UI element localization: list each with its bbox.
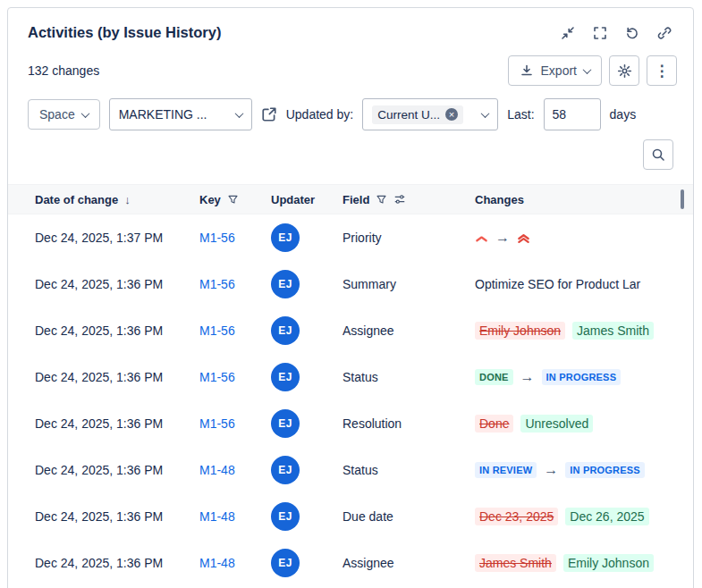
- issue-key-link[interactable]: M1-56: [199, 323, 235, 338]
- avatar[interactable]: EJ: [271, 316, 300, 345]
- project-select[interactable]: MARKETING ...: [109, 98, 252, 130]
- change-removed: Dec 23, 2025: [475, 508, 558, 525]
- open-in-new-icon[interactable]: [261, 106, 277, 122]
- issue-key-link[interactable]: M1-48: [199, 556, 235, 570]
- issue-key-link[interactable]: M1-56: [199, 231, 235, 245]
- changes-count: 132 changes: [28, 63, 99, 78]
- date-of-change-cell: Dec 24, 2025, 1:36 PM: [35, 323, 199, 338]
- updater-cell: EJ: [271, 363, 343, 391]
- issue-key-link[interactable]: M1-48: [199, 509, 235, 524]
- field-cell: Status: [343, 463, 475, 477]
- date-of-change-cell: Dec 24, 2025, 1:36 PM: [35, 556, 199, 570]
- updater-cell: EJ: [271, 270, 343, 298]
- change-added: Dec 26, 2025: [565, 508, 648, 525]
- key-cell: M1-56: [199, 416, 271, 431]
- arrow-right-icon: →: [495, 230, 510, 246]
- last-days-input[interactable]: [544, 98, 601, 130]
- field-config-icon[interactable]: [393, 193, 406, 206]
- table-row: Dec 24, 2025, 1:36 PM M1-48 EJ Status IN…: [8, 447, 693, 493]
- date-of-change-cell: Dec 24, 2025, 1:36 PM: [35, 463, 199, 477]
- key-cell: M1-48: [199, 463, 271, 477]
- issue-key-link[interactable]: M1-56: [199, 416, 235, 431]
- download-icon: [520, 63, 534, 78]
- table-row: Dec 24, 2025, 1:36 PM M1-48 EJ Assignee …: [8, 540, 693, 586]
- changes-cell: Emily JohnsonJames Smith: [475, 322, 693, 340]
- table-header: Date of change ↓ Key Updater Field: [8, 184, 693, 214]
- user-chip-label: Current U...: [377, 108, 440, 122]
- change-removed: James Smith: [475, 554, 556, 572]
- date-of-change-cell: Dec 24, 2025, 1:37 PM: [35, 231, 199, 245]
- avatar[interactable]: EJ: [271, 409, 300, 438]
- key-cell: M1-56: [199, 277, 271, 291]
- avatar[interactable]: EJ: [271, 223, 300, 252]
- space-dropdown[interactable]: Space: [28, 99, 100, 130]
- filter-funnel-icon[interactable]: [227, 194, 239, 206]
- chevron-down-icon: [583, 65, 592, 74]
- filter-funnel-icon[interactable]: [376, 194, 387, 206]
- toolbar-actions: Export ⋮: [508, 55, 677, 86]
- table-body: Dec 24, 2025, 1:37 PM M1-56 EJ Priority …: [8, 214, 693, 586]
- activities-table: Date of change ↓ Key Updater Field: [8, 184, 693, 586]
- column-label: Date of change: [35, 193, 118, 206]
- changes-cell: DoneUnresolved: [475, 415, 693, 433]
- refresh-icon[interactable]: [625, 26, 639, 40]
- updater-cell: EJ: [271, 549, 343, 577]
- changes-cell: DONE→IN PROGRESS: [475, 369, 693, 385]
- avatar[interactable]: EJ: [271, 363, 300, 391]
- avatar[interactable]: EJ: [271, 502, 300, 531]
- change-added: James Smith: [572, 322, 654, 340]
- changes-cell: IN REVIEW→IN PROGRESS: [475, 462, 693, 478]
- settings-button[interactable]: [609, 55, 639, 86]
- more-button[interactable]: ⋮: [647, 55, 677, 86]
- key-cell: M1-56: [199, 370, 271, 384]
- priority-highest-icon: [517, 231, 530, 245]
- sort-desc-icon[interactable]: ↓: [124, 193, 131, 206]
- change-removed: Done: [475, 415, 513, 433]
- updated-by-select[interactable]: Current U... ×: [362, 98, 498, 130]
- clear-icon[interactable]: ×: [445, 108, 458, 121]
- updater-cell: EJ: [271, 456, 343, 484]
- column-label: Key: [199, 193, 221, 206]
- table-row: Dec 24, 2025, 1:36 PM M1-48 EJ Due date …: [8, 493, 693, 540]
- updated-by-label: Updated by:: [286, 107, 354, 122]
- page-title: Activities (by Issue History): [28, 24, 221, 41]
- search-button[interactable]: [643, 139, 673, 170]
- avatar[interactable]: EJ: [271, 456, 300, 484]
- arrow-right-icon: →: [520, 369, 535, 385]
- chevron-down-icon: [481, 109, 490, 118]
- avatar[interactable]: EJ: [271, 549, 300, 577]
- column-field[interactable]: Field: [343, 193, 475, 206]
- issue-key-link[interactable]: M1-56: [199, 370, 235, 384]
- toolbar: 132 changes Export ⋮: [8, 41, 693, 86]
- column-date-of-change[interactable]: Date of change ↓: [35, 193, 199, 206]
- column-label: Changes: [475, 193, 524, 206]
- column-key[interactable]: Key: [199, 193, 271, 206]
- link-icon[interactable]: [657, 26, 672, 40]
- status-badge: DONE: [475, 369, 513, 385]
- search-icon: [651, 147, 665, 162]
- avatar[interactable]: EJ: [271, 270, 300, 298]
- scrollbar[interactable]: [681, 189, 684, 209]
- filter-bar: Space MARKETING ... Updated by: Current …: [8, 86, 693, 130]
- issue-key-link[interactable]: M1-48: [199, 463, 235, 477]
- change-text: Optimize SEO for Product Lar: [475, 277, 640, 291]
- changes-cell: →: [475, 230, 693, 246]
- table-row: Dec 24, 2025, 1:36 PM M1-56 EJ Assignee …: [8, 307, 693, 354]
- collapse-icon[interactable]: [561, 26, 575, 40]
- field-cell: Due date: [343, 509, 475, 524]
- column-changes: Changes: [475, 193, 686, 206]
- table-row: Dec 24, 2025, 1:36 PM M1-56 EJ Status DO…: [8, 354, 693, 400]
- export-button[interactable]: Export: [508, 55, 602, 86]
- field-cell: Assignee: [343, 556, 475, 570]
- key-cell: M1-56: [199, 323, 271, 338]
- column-label: Updater: [271, 193, 315, 206]
- export-label: Export: [541, 63, 577, 78]
- table-row: Dec 24, 2025, 1:36 PM M1-56 EJ Summary O…: [8, 261, 693, 307]
- gear-icon: [617, 63, 632, 79]
- updater-cell: EJ: [271, 316, 343, 345]
- project-select-value: MARKETING ...: [119, 107, 207, 122]
- panel-header: Activities (by Issue History): [8, 8, 693, 41]
- issue-key-link[interactable]: M1-56: [199, 277, 235, 291]
- fullscreen-icon[interactable]: [593, 26, 607, 40]
- table-row: Dec 24, 2025, 1:37 PM M1-56 EJ Priority …: [8, 214, 693, 261]
